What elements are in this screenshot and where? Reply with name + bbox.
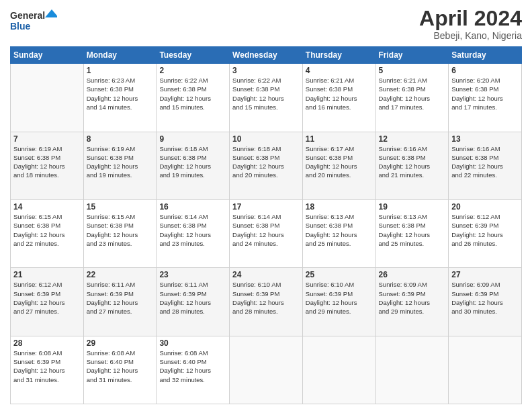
calendar-table: Sunday Monday Tuesday Wednesday Thursday… <box>10 46 522 404</box>
calendar-cell: 20Sunrise: 6:12 AMSunset: 6:39 PMDayligh… <box>449 199 522 267</box>
day-info: Sunrise: 6:09 AMSunset: 6:39 PMDaylight:… <box>451 280 519 316</box>
week-row-5: 28Sunrise: 6:08 AMSunset: 6:39 PMDayligh… <box>11 336 522 404</box>
calendar-cell: 13Sunrise: 6:16 AMSunset: 6:38 PMDayligh… <box>449 132 522 199</box>
calendar-cell: 29Sunrise: 6:08 AMSunset: 6:40 PMDayligh… <box>83 336 157 404</box>
day-number: 20 <box>451 202 519 212</box>
day-info: Sunrise: 6:21 AMSunset: 6:38 PMDaylight:… <box>379 76 446 111</box>
month-title: April 2024 <box>419 7 522 30</box>
day-info: Sunrise: 6:17 AMSunset: 6:38 PMDaylight:… <box>306 144 373 180</box>
day-number: 26 <box>379 270 446 279</box>
day-info: Sunrise: 6:18 AMSunset: 6:38 PMDaylight:… <box>159 144 226 180</box>
day-info: Sunrise: 6:08 AMSunset: 6:40 PMDaylight:… <box>87 349 154 384</box>
calendar-cell: 6Sunrise: 6:20 AMSunset: 6:38 PMDaylight… <box>449 64 522 132</box>
calendar-cell: 4Sunrise: 6:21 AMSunset: 6:38 PMDaylight… <box>302 64 375 132</box>
day-number: 9 <box>159 134 226 144</box>
day-number: 17 <box>232 202 300 212</box>
svg-marker-2 <box>45 9 57 17</box>
day-info: Sunrise: 6:22 AMSunset: 6:38 PMDaylight:… <box>159 76 226 111</box>
calendar-cell: 12Sunrise: 6:16 AMSunset: 6:38 PMDayligh… <box>375 132 449 199</box>
day-info: Sunrise: 6:14 AMSunset: 6:38 PMDaylight:… <box>159 212 226 248</box>
day-info: Sunrise: 6:21 AMSunset: 6:38 PMDaylight:… <box>306 76 373 111</box>
day-info: Sunrise: 6:12 AMSunset: 6:39 PMDaylight:… <box>13 280 81 316</box>
day-info: Sunrise: 6:19 AMSunset: 6:38 PMDaylight:… <box>87 144 154 180</box>
day-number: 8 <box>87 134 154 144</box>
day-info: Sunrise: 6:16 AMSunset: 6:38 PMDaylight:… <box>379 144 446 180</box>
day-info: Sunrise: 6:14 AMSunset: 6:38 PMDaylight:… <box>232 212 300 248</box>
day-number: 19 <box>379 202 446 212</box>
calendar-cell <box>11 64 84 132</box>
day-info: Sunrise: 6:11 AMSunset: 6:39 PMDaylight:… <box>159 280 226 316</box>
calendar-cell: 26Sunrise: 6:09 AMSunset: 6:39 PMDayligh… <box>375 268 449 336</box>
day-info: Sunrise: 6:22 AMSunset: 6:38 PMDaylight:… <box>232 76 300 111</box>
day-number: 3 <box>232 66 300 75</box>
day-number: 4 <box>306 66 373 75</box>
calendar-cell: 9Sunrise: 6:18 AMSunset: 6:38 PMDaylight… <box>157 132 230 199</box>
header-sunday: Sunday <box>11 47 84 64</box>
calendar-cell: 3Sunrise: 6:22 AMSunset: 6:38 PMDaylight… <box>230 64 303 132</box>
day-number: 2 <box>159 66 226 75</box>
day-info: Sunrise: 6:19 AMSunset: 6:38 PMDaylight:… <box>13 144 81 180</box>
day-number: 24 <box>232 270 300 279</box>
day-number: 11 <box>306 134 373 144</box>
title-area: April 2024 Bebeji, Kano, Nigeria <box>419 7 522 41</box>
day-info: Sunrise: 6:11 AMSunset: 6:39 PMDaylight:… <box>87 280 154 316</box>
day-number: 29 <box>87 338 154 348</box>
day-info: Sunrise: 6:23 AMSunset: 6:38 PMDaylight:… <box>87 76 154 111</box>
calendar-cell <box>230 336 303 404</box>
day-info: Sunrise: 6:20 AMSunset: 6:38 PMDaylight:… <box>451 76 519 111</box>
calendar-cell: 22Sunrise: 6:11 AMSunset: 6:39 PMDayligh… <box>83 268 157 336</box>
week-row-4: 21Sunrise: 6:12 AMSunset: 6:39 PMDayligh… <box>11 268 522 336</box>
header-thursday: Thursday <box>302 47 375 64</box>
logo: General Blue <box>10 7 57 34</box>
day-info: Sunrise: 6:13 AMSunset: 6:38 PMDaylight:… <box>379 212 446 248</box>
day-number: 13 <box>451 134 519 144</box>
day-number: 21 <box>13 270 81 279</box>
calendar-cell: 23Sunrise: 6:11 AMSunset: 6:39 PMDayligh… <box>157 268 230 336</box>
calendar-cell: 2Sunrise: 6:22 AMSunset: 6:38 PMDaylight… <box>157 64 230 132</box>
calendar-cell: 21Sunrise: 6:12 AMSunset: 6:39 PMDayligh… <box>11 268 84 336</box>
header-wednesday: Wednesday <box>230 47 303 64</box>
day-info: Sunrise: 6:10 AMSunset: 6:39 PMDaylight:… <box>232 280 300 316</box>
day-number: 10 <box>232 134 300 144</box>
day-info: Sunrise: 6:09 AMSunset: 6:39 PMDaylight:… <box>379 280 446 316</box>
svg-text:Blue: Blue <box>10 21 31 32</box>
calendar-cell: 15Sunrise: 6:15 AMSunset: 6:38 PMDayligh… <box>83 199 157 267</box>
day-number: 5 <box>379 66 446 75</box>
calendar-cell: 27Sunrise: 6:09 AMSunset: 6:39 PMDayligh… <box>449 268 522 336</box>
header: General Blue April 2024 Bebeji, Kano, Ni… <box>10 7 522 41</box>
week-row-3: 14Sunrise: 6:15 AMSunset: 6:38 PMDayligh… <box>11 199 522 267</box>
svg-text:General: General <box>10 10 45 21</box>
day-number: 6 <box>451 66 519 75</box>
calendar-cell: 28Sunrise: 6:08 AMSunset: 6:39 PMDayligh… <box>11 336 84 404</box>
header-tuesday: Tuesday <box>157 47 230 64</box>
calendar-cell: 10Sunrise: 6:18 AMSunset: 6:38 PMDayligh… <box>230 132 303 199</box>
day-number: 27 <box>451 270 519 279</box>
calendar-cell: 18Sunrise: 6:13 AMSunset: 6:38 PMDayligh… <box>302 199 375 267</box>
day-info: Sunrise: 6:18 AMSunset: 6:38 PMDaylight:… <box>232 144 300 180</box>
day-info: Sunrise: 6:15 AMSunset: 6:38 PMDaylight:… <box>13 212 81 248</box>
calendar-cell: 8Sunrise: 6:19 AMSunset: 6:38 PMDaylight… <box>83 132 157 199</box>
day-info: Sunrise: 6:08 AMSunset: 6:39 PMDaylight:… <box>13 349 81 384</box>
location-subtitle: Bebeji, Kano, Nigeria <box>419 30 522 41</box>
header-saturday: Saturday <box>449 47 522 64</box>
calendar-cell: 25Sunrise: 6:10 AMSunset: 6:39 PMDayligh… <box>302 268 375 336</box>
day-info: Sunrise: 6:08 AMSunset: 6:40 PMDaylight:… <box>159 349 226 384</box>
day-info: Sunrise: 6:10 AMSunset: 6:39 PMDaylight:… <box>306 280 373 316</box>
header-monday: Monday <box>83 47 157 64</box>
calendar-cell: 14Sunrise: 6:15 AMSunset: 6:38 PMDayligh… <box>11 199 84 267</box>
header-friday: Friday <box>375 47 449 64</box>
calendar-cell: 17Sunrise: 6:14 AMSunset: 6:38 PMDayligh… <box>230 199 303 267</box>
day-info: Sunrise: 6:16 AMSunset: 6:38 PMDaylight:… <box>451 144 519 180</box>
calendar-cell: 5Sunrise: 6:21 AMSunset: 6:38 PMDaylight… <box>375 64 449 132</box>
week-row-2: 7Sunrise: 6:19 AMSunset: 6:38 PMDaylight… <box>11 132 522 199</box>
calendar-cell: 16Sunrise: 6:14 AMSunset: 6:38 PMDayligh… <box>157 199 230 267</box>
day-number: 22 <box>87 270 154 279</box>
calendar-cell: 19Sunrise: 6:13 AMSunset: 6:38 PMDayligh… <box>375 199 449 267</box>
day-number: 23 <box>159 270 226 279</box>
day-info: Sunrise: 6:15 AMSunset: 6:38 PMDaylight:… <box>87 212 154 248</box>
page: General Blue April 2024 Bebeji, Kano, Ni… <box>0 0 532 411</box>
calendar-cell <box>375 336 449 404</box>
week-row-1: 1Sunrise: 6:23 AMSunset: 6:38 PMDaylight… <box>11 64 522 132</box>
calendar-cell: 30Sunrise: 6:08 AMSunset: 6:40 PMDayligh… <box>157 336 230 404</box>
calendar-cell: 7Sunrise: 6:19 AMSunset: 6:38 PMDaylight… <box>11 132 84 199</box>
